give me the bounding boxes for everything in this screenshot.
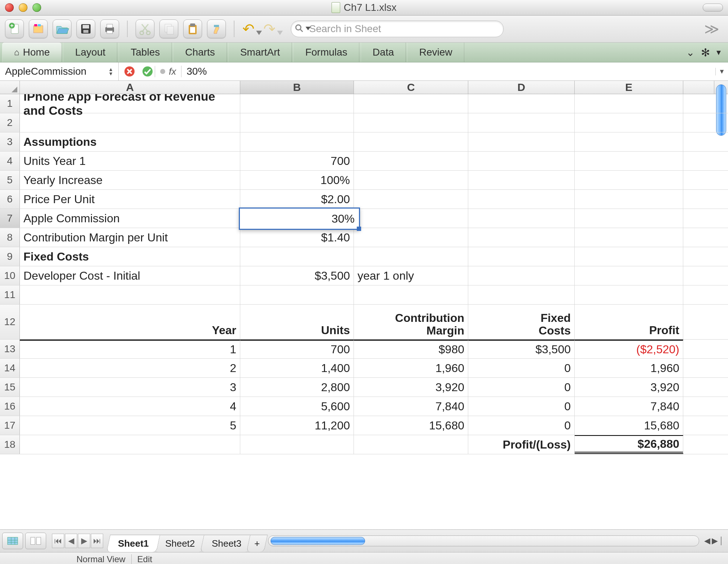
window-zoom-button[interactable] xyxy=(32,3,41,12)
svg-rect-10 xyxy=(107,31,113,34)
cell-B13[interactable]: 700 xyxy=(240,340,354,358)
cut-button[interactable] xyxy=(136,19,154,38)
undo-button[interactable]: ↶ xyxy=(242,21,255,37)
ribbon-tab-formulas[interactable]: Formulas xyxy=(293,43,359,62)
formula-bar-expand[interactable]: ▼ xyxy=(715,68,728,75)
settings-dropdown[interactable]: ▾ xyxy=(716,47,721,57)
col-header-E[interactable]: E xyxy=(575,81,683,94)
redo-button[interactable]: ↷ xyxy=(263,21,276,37)
templates-button[interactable] xyxy=(29,19,48,38)
ribbon-tab-tables[interactable]: Tables xyxy=(119,43,172,62)
cell-B6[interactable]: $2.00 xyxy=(240,190,354,209)
cell-A6[interactable]: Price Per Unit xyxy=(20,190,240,209)
cell-A10[interactable]: Developer Cost - Initial xyxy=(20,266,240,285)
cell-B4[interactable]: 700 xyxy=(240,152,354,170)
cell-B1[interactable] xyxy=(240,94,354,113)
cell-B8[interactable]: $1.40 xyxy=(240,228,354,247)
sheet-nav-prev[interactable]: ◀ xyxy=(65,534,77,548)
window-minimize-button[interactable] xyxy=(19,3,27,12)
new-workbook-button[interactable] xyxy=(5,19,24,38)
sheet-tab-1[interactable]: Sheet1 xyxy=(106,535,160,552)
sheet-nav-first[interactable]: ⏮ xyxy=(52,534,64,548)
grid-rows[interactable]: 1 iPhone App Forecast of Revenue and Cos… xyxy=(0,94,728,529)
undo-dropdown[interactable] xyxy=(256,31,262,35)
col-header-D[interactable]: D xyxy=(468,81,575,94)
cell-C12[interactable]: Contribution Margin xyxy=(354,305,468,339)
sheet-nav-last[interactable]: ⏭ xyxy=(91,534,103,548)
normal-view-button[interactable] xyxy=(2,533,23,549)
namebox-stepper[interactable]: ▲▼ xyxy=(108,67,113,75)
cell-D13[interactable]: $3,500 xyxy=(468,340,575,358)
select-all-corner[interactable] xyxy=(0,81,20,94)
window-close-button[interactable] xyxy=(5,3,14,12)
cell-A1[interactable]: iPhone App Forecast of Revenue and Costs xyxy=(20,94,240,113)
add-sheet-button[interactable]: + xyxy=(246,535,268,552)
cell-E18[interactable]: $26,880 xyxy=(575,435,683,454)
redo-dropdown[interactable] xyxy=(277,31,283,35)
cell-B5[interactable]: 100% xyxy=(240,171,354,189)
sheet-tab-3[interactable]: Sheet3 xyxy=(200,535,253,552)
ribbon-tab-charts[interactable]: Charts xyxy=(173,43,227,62)
cell-A12[interactable]: Year xyxy=(20,305,240,339)
cell-A7[interactable]: Apple Commission xyxy=(20,209,240,228)
format-painter-button[interactable] xyxy=(207,19,226,38)
sheet-tab-2[interactable]: Sheet2 xyxy=(154,535,207,552)
cell-C1[interactable] xyxy=(354,94,468,113)
name-box[interactable]: AppleCommission ▲▼ xyxy=(0,62,119,80)
ribbon-tab-home[interactable]: ⌂ Home xyxy=(2,43,62,62)
paste-button[interactable] xyxy=(183,19,202,38)
cell-A8[interactable]: Contribution Margin per Unit xyxy=(20,228,240,247)
formula-enter-button[interactable] xyxy=(140,64,155,79)
cell-D1[interactable] xyxy=(468,94,575,113)
cell-E12[interactable]: Profit xyxy=(575,305,683,339)
formula-cancel-button[interactable] xyxy=(122,64,137,79)
col-header-B[interactable]: B xyxy=(240,81,354,94)
ribbon-tab-review[interactable]: Review xyxy=(407,43,464,62)
horizontal-scrollbar[interactable] xyxy=(268,535,699,546)
cell-D18[interactable]: Profit/(Loss) xyxy=(468,435,575,454)
cell-A3[interactable]: Assumptions xyxy=(20,132,240,151)
toolbar-pill-button[interactable] xyxy=(703,4,723,12)
vertical-scrollbar[interactable] xyxy=(714,81,728,94)
page-layout-view-button[interactable] xyxy=(25,533,46,549)
formula-input[interactable]: 30% xyxy=(181,66,715,77)
cell-A5[interactable]: Yearly Increase xyxy=(20,171,240,189)
svg-rect-22 xyxy=(8,537,18,545)
hscroll-left[interactable]: ◀ xyxy=(704,536,710,546)
cell-A2[interactable] xyxy=(20,113,240,132)
ribbon-tab-layout[interactable]: Layout xyxy=(63,43,117,62)
cell-A13[interactable]: 1 xyxy=(20,340,240,358)
status-mode-label: Edit xyxy=(132,554,158,564)
svg-rect-16 xyxy=(190,23,195,26)
svg-rect-9 xyxy=(107,24,113,28)
svg-rect-4 xyxy=(38,24,41,26)
cell-A9[interactable]: Fixed Costs xyxy=(20,247,240,266)
print-button[interactable] xyxy=(100,19,119,38)
cell-B12[interactable]: Units xyxy=(240,305,354,339)
col-header-A[interactable]: A xyxy=(20,81,240,94)
ribbon-collapse-icon[interactable]: ⌄ xyxy=(686,47,694,58)
cell-D12[interactable]: Fixed Costs xyxy=(468,305,575,339)
ribbon-tab-smartart[interactable]: SmartArt xyxy=(228,43,292,62)
insert-function-button[interactable]: fx xyxy=(155,66,181,77)
save-button[interactable] xyxy=(76,19,95,38)
col-header-C[interactable]: C xyxy=(354,81,468,94)
cell-E1[interactable] xyxy=(575,94,683,113)
cell-B7[interactable] xyxy=(240,209,354,228)
cell-C10[interactable]: year 1 only xyxy=(354,266,468,285)
overflow-chevrons-icon[interactable]: ≫ xyxy=(701,21,723,37)
copy-button[interactable] xyxy=(159,19,178,38)
cell-E13[interactable]: ($2,520) xyxy=(575,340,683,358)
hscroll-right[interactable]: ▶ xyxy=(712,536,718,546)
horizontal-scroll-thumb[interactable] xyxy=(271,537,365,545)
sheet-search-input[interactable]: Search in Sheet xyxy=(291,21,504,37)
sheet-nav-next[interactable]: ▶ xyxy=(78,534,90,548)
settings-gear-icon[interactable]: ✻ xyxy=(701,46,710,59)
open-button[interactable] xyxy=(53,19,71,38)
cell-A4[interactable]: Units Year 1 xyxy=(20,152,240,170)
ribbon-tab-data[interactable]: Data xyxy=(361,43,406,62)
cell-C13[interactable]: $980 xyxy=(354,340,468,358)
cell-B10[interactable]: $3,500 xyxy=(240,266,354,285)
sheet-nav-arrows: ⏮ ◀ ▶ ⏭ xyxy=(52,534,103,548)
col-header-pad xyxy=(683,81,714,94)
